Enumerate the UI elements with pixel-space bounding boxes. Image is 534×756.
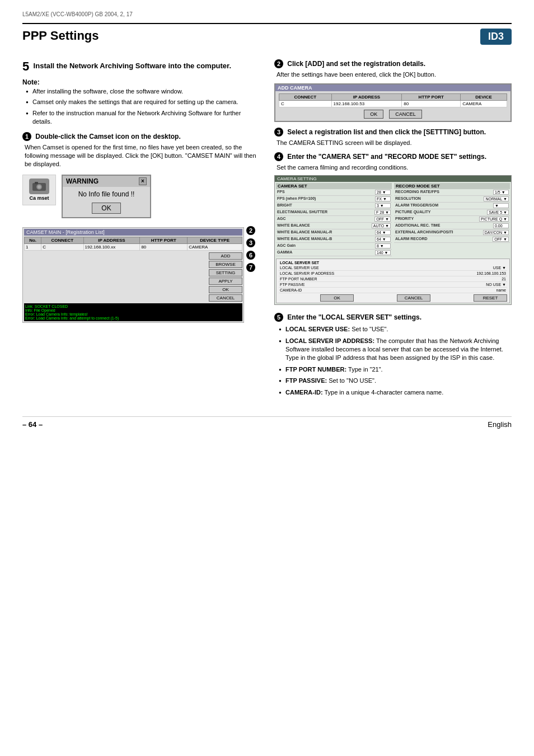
camera-svg <box>31 181 47 192</box>
lss-cancel-button[interactable]: CANCEL <box>397 294 430 302</box>
step5-right-instructions: 5 Enter the "LOCAL SERVER SET" settings.… <box>274 313 512 397</box>
rec-row-pq: PICTURE QUALITYSAVE 5 ▼ <box>394 209 510 216</box>
rec-row-res: RESOLUTIONNORMAL ▼ <box>394 196 510 203</box>
substep3-body: The CAMERA SETTING screen will be displa… <box>277 139 512 147</box>
bullet-label-passive: FTP PASSIVE: <box>285 377 327 384</box>
cam-setting-cols: CAMERA SET FPS28 ▼ FPS (when FPS=100)FX … <box>276 183 510 256</box>
bullet-text-passive: Set to "NO USE". <box>329 377 376 384</box>
bullet-text-ftp: Type in "21". <box>348 366 383 373</box>
cell-device: CAMERA <box>188 243 242 250</box>
substep1-body: When Camset is opened for the first time… <box>25 143 257 169</box>
note-label: Note: <box>22 78 257 86</box>
bullet-label-ip: LOCAL SERVER IP ADDRESS: <box>285 337 374 344</box>
cell-connect: C <box>41 243 83 250</box>
marker-setting-num: 3 <box>246 238 255 247</box>
add-button[interactable]: ADD <box>209 252 242 260</box>
local-server-label: LOCAL SERVER SET <box>279 260 507 265</box>
list-item: FTP PASSIVE: Set to "NO USE". <box>279 377 512 385</box>
ac-cancel-button[interactable]: CANCEL <box>389 110 422 119</box>
rec-row-alarm: ALARM TRIGGER/SOM ▼ <box>394 203 510 209</box>
camera-set-label: CAMERA SET <box>276 183 392 189</box>
main-content: 5 Install the Network Archiving Software… <box>22 54 512 400</box>
cam-set-row-agc: AGCOFF ▼ <box>276 216 392 223</box>
ac-col-device: DEVICE <box>461 94 507 101</box>
step5-instruction-bullets: LOCAL SERVER USE: Set to "USE". LOCAL SE… <box>274 325 512 397</box>
warning-titlebar: WARNING × <box>63 176 150 187</box>
list-item: CAMERA-ID: Type in a unique 4-character … <box>279 388 512 397</box>
bullet-text-use: Set to "USE". <box>352 326 388 332</box>
svg-point-2 <box>38 185 41 189</box>
add-camera-titlebar: ADD CAMERA <box>275 84 510 91</box>
ac-col-ip: IP ADDRESS <box>331 94 402 101</box>
browse-button[interactable]: BROWSE <box>209 261 242 268</box>
substep5-title: Enter the "LOCAL SERVER SET" settings. <box>287 313 421 321</box>
lss-reset-button[interactable]: RESET <box>474 294 507 302</box>
rec-row-alarmrec: ALARM RECORDOFF ▼ <box>394 236 510 243</box>
cam-set-row-wb: WHITE BALANCEAUTO ▼ <box>276 223 392 229</box>
substep4-block: 4 Enter the "CAMERA SET" and "RECORD MOD… <box>274 152 512 172</box>
substep1-title: Double-click the Camset icon on the desk… <box>35 133 180 140</box>
cam-set-row-wbb: WHITE BALANCE MANUAL-B64 ▼ <box>276 236 392 243</box>
ac-ok-button[interactable]: OK <box>364 110 383 119</box>
rec-row-addtime: ADDITIONAL REC. TIME0.00 <box>394 223 510 229</box>
cam-set-row-shutter: ELECT/MANUAL SHUTTERF 28 ▼ <box>276 209 392 216</box>
ok-button[interactable]: OK <box>209 286 242 293</box>
substep1-num: 1 <box>22 132 31 141</box>
step5-num: 5 <box>22 59 29 73</box>
substep4-body: Set the camera filming and recording con… <box>277 163 512 172</box>
record-mode-label: RECORD MODE SET <box>394 183 510 189</box>
step5-heading: Install the Network Archiving Software i… <box>34 62 231 70</box>
camset-icon: Ca mset <box>22 175 56 205</box>
warning-dialog: WARNING × No Info file found !! OK <box>62 175 151 218</box>
rec-row-priority: PRIORITYPICTURE Q ▼ <box>394 216 510 223</box>
reg-list-titlebar: CAMSET MAIN - [Registration List] <box>24 229 242 236</box>
warning-close-btn[interactable]: × <box>139 177 147 185</box>
substep2-body: After the settings have been entered, cl… <box>277 71 512 79</box>
cell-http: 80 <box>140 243 188 250</box>
camera-set-col: CAMERA SET FPS28 ▼ FPS (when FPS=100)FX … <box>276 183 392 256</box>
setting-button[interactable]: SETTING <box>209 269 242 276</box>
log-line-3: Error: Load Camera Info: templates! <box>25 312 241 316</box>
substep2-block: 2 Click [ADD] and set the registration d… <box>274 59 512 79</box>
add-camera-buttons: OK CANCEL <box>279 110 507 119</box>
ac-cell-ip: 192.168.100.53 <box>331 101 402 107</box>
marker-add-num: 2 <box>246 226 255 235</box>
substep5-num: 5 <box>274 313 283 322</box>
list-item: FTP PORT NUMBER: Type in "21". <box>279 365 512 374</box>
rec-row-rate: RECORDING RATE/FPS1/5 ▼ <box>394 189 510 196</box>
cell-no: 1 <box>25 243 41 250</box>
rec-row-ext: EXTERNAL ARCHIVING/POSITIDAY/CON ▼ <box>394 229 510 236</box>
local-server-box: LOCAL SERVER SET LOCAL SERVER USEUSE ▼ L… <box>276 259 510 303</box>
cam-setting-screenshot: CAMERA SETTING CAMERA SET FPS28 ▼ FPS (w… <box>274 175 512 305</box>
substep4-area: 4 Enter the "CAMERA SET" and "RECORD MOD… <box>274 152 512 172</box>
camset-label: Ca mset <box>29 195 49 201</box>
reg-list-area: CAMSET MAIN - [Registration List] No. CO… <box>22 224 257 326</box>
record-mode-col: RECORD MODE SET RECORDING RATE/FPS1/5 ▼ … <box>394 183 510 256</box>
lss-row-passive: FTP PASSIVENO USE ▼ <box>279 282 507 288</box>
bullet-label-use: LOCAL SERVER USE: <box>285 326 350 332</box>
ac-col-connect: CONNECT <box>279 94 332 101</box>
page-number: – 64 – <box>22 420 43 429</box>
warning-title: WARNING <box>66 177 99 185</box>
substep4-num: 4 <box>274 152 283 161</box>
warning-message: No Info file found !! <box>68 190 144 198</box>
substep3-num: 3 <box>274 128 283 137</box>
col-no: No. <box>25 237 41 243</box>
lss-ok-button[interactable]: OK <box>320 294 354 302</box>
cam-set-row-agcgain: AGC Gain8 ▼ <box>276 243 392 250</box>
lss-row-use: LOCAL SERVER USEUSE ▼ <box>279 265 507 271</box>
reg-list-table: No. CONNECT IP ADDRESS HTTP PORT DEVICE … <box>24 237 242 251</box>
lss-row-ip: LOCAL SERVER IP ADDRESS192.168.100.153 <box>279 271 507 276</box>
log-line-2: Info: File Opened <box>25 308 241 312</box>
right-column: 2 Click [ADD] and set the registration d… <box>274 54 512 400</box>
warning-ok-button[interactable]: OK <box>92 203 120 214</box>
substep1-block: 1 Double-click the Camset icon on the de… <box>22 132 257 169</box>
top-meta: L5AM2/XE (VCC-WB4000P) GB 2004, 2, 17 <box>22 11 512 17</box>
cancel-button[interactable]: CANCEL <box>209 294 242 302</box>
apply-button[interactable]: APPLY <box>209 278 242 285</box>
cam-set-row-wbr: WHITE BALANCE MANUAL-R64 ▼ <box>276 229 392 236</box>
marker-7: 7 <box>246 263 257 272</box>
col-ip: IP ADDRESS <box>83 237 140 243</box>
reg-list-screenshot: CAMSET MAIN - [Registration List] No. CO… <box>22 227 244 323</box>
cam-set-row-gamma: GAMMA140 ▼ <box>276 250 392 256</box>
